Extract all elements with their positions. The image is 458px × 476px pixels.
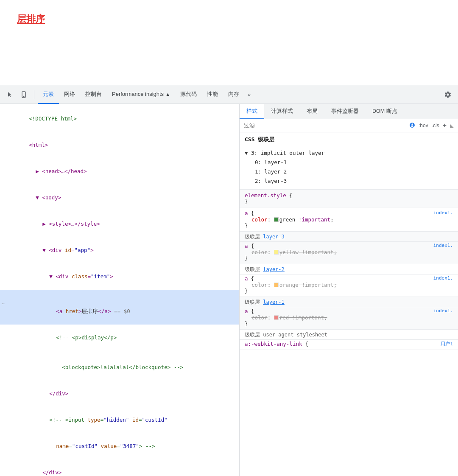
css-property: color: red !important; xyxy=(245,314,453,321)
dom-line: </div> xyxy=(0,381,239,407)
tab-computed[interactable]: 计算样式 xyxy=(264,104,300,119)
css-property: color: green !important; xyxy=(245,216,453,223)
css-selector[interactable]: a xyxy=(245,243,248,249)
css-source-link[interactable]: index1. xyxy=(433,210,453,216)
css-rule-layer-2-label: 级联层 layer-2 xyxy=(240,264,458,274)
three-dots: … xyxy=(2,299,5,307)
more-tabs-btn[interactable]: » xyxy=(244,85,254,104)
color-swatch-orange[interactable] xyxy=(274,283,279,287)
color-swatch-red[interactable] xyxy=(274,315,279,320)
css-rule-a-red: index1. a { color: red !important; } xyxy=(240,307,458,330)
css-source-link[interactable]: index1. xyxy=(433,308,453,314)
page-content: 层排序 xyxy=(0,0,458,85)
tab-elements[interactable]: 元素 xyxy=(38,85,59,104)
styles-panel: 样式 计算样式 布局 事件监听器 DOM 断点 xyxy=(240,104,458,476)
dom-line: <blockquote>lalalalal</blockquote> --> xyxy=(0,354,239,381)
css-rule-user-agent-label: 级联层 user agent stylesheet xyxy=(240,330,458,340)
tab-performance[interactable]: 性能 xyxy=(202,85,223,104)
dom-line[interactable]: ▶ <style>…</style> xyxy=(0,211,239,237)
css-source-link[interactable]: index1. xyxy=(433,243,453,248)
dom-panel: <!DOCTYPE html> <html> ▶ <head>…</head> … xyxy=(0,104,240,476)
layer-item-1[interactable]: 1: layer-2 xyxy=(245,167,453,176)
color-swatch-yellow[interactable] xyxy=(274,250,279,255)
dom-line[interactable]: ▼ <div class="item"> xyxy=(0,263,239,290)
css-selector[interactable]: element.style xyxy=(245,192,286,199)
tab-network[interactable]: 网络 xyxy=(59,85,80,104)
css-rule-a-green: index1. a { color: green !important; } xyxy=(240,207,458,232)
color-swatch-green[interactable] xyxy=(274,217,279,222)
tab-dom-breakpoints[interactable]: DOM 断点 xyxy=(366,104,404,119)
css-layers-header: CSS 级联层 xyxy=(240,132,458,147)
css-rule-a-yellow: index1. a { color: yellow !important; } xyxy=(240,242,458,264)
dom-line: name="custId" value="3487"> --> xyxy=(0,433,239,459)
css-source-link[interactable]: index1. xyxy=(433,275,453,281)
css-property: color: yellow !important; xyxy=(245,249,453,255)
performance-insights-badge: ▲ xyxy=(165,92,170,97)
devtools-panel: 元素 网络 控制台 Performance insights ▲ 源代码 性能 … xyxy=(0,85,458,476)
css-rule-a-orange: index1. a { color: orange !important; } xyxy=(240,274,458,297)
settings-button[interactable] xyxy=(441,88,455,101)
css-rule-layer-1-label: 级联层 layer-1 xyxy=(240,297,458,307)
tab-event-listeners[interactable]: 事件监听器 xyxy=(324,104,366,119)
dom-line[interactable]: ▼ <div id="app"> xyxy=(0,237,239,263)
cursor-icon[interactable] xyxy=(3,88,17,101)
devtools-main: <!DOCTYPE html> <html> ▶ <head>…</head> … xyxy=(0,104,458,476)
css-content: CSS 级联层 ▼ 3: implicit outer layer 0: lay… xyxy=(240,132,458,350)
resize-handle[interactable]: ◣ xyxy=(450,123,454,129)
layer-1-link[interactable]: layer-1 xyxy=(263,299,285,305)
css-property: color: orange !important; xyxy=(245,282,453,288)
filter-bar: :hov .cls + ◣ xyxy=(240,119,458,132)
layer-group[interactable]: ▼ 3: implicit outer layer xyxy=(245,148,453,158)
dom-line[interactable]: ▶ <head>…</head> xyxy=(0,158,239,185)
layer-item-0[interactable]: 0: layer-1 xyxy=(245,158,453,167)
dom-line-selected[interactable]: … <a href>层排序</a> == $0 xyxy=(0,290,239,325)
css-selector[interactable]: a:-webkit-any-link xyxy=(245,341,302,347)
filter-input[interactable] xyxy=(244,123,406,129)
devtools-tab-bar: 元素 网络 控制台 Performance insights ▲ 源代码 性能 … xyxy=(0,85,458,104)
filter-icon[interactable] xyxy=(409,122,415,129)
css-source-user-agent[interactable]: 用户1 xyxy=(441,341,453,347)
css-layer-tree: ▼ 3: implicit outer layer 0: layer-1 1: … xyxy=(240,147,458,190)
css-rule-layer-3-label: 级联层 layer-3 xyxy=(240,232,458,242)
add-style-btn[interactable]: + xyxy=(443,122,447,129)
tab-sources[interactable]: 源代码 xyxy=(175,85,202,104)
tab-memory[interactable]: 内存 xyxy=(223,85,244,104)
css-rule-element-style: element.style { } xyxy=(240,190,458,207)
css-selector[interactable]: a xyxy=(245,308,248,314)
tab-performance-insights[interactable]: Performance insights ▲ xyxy=(107,85,175,104)
hov-filter-label[interactable]: :hov xyxy=(419,123,428,129)
css-selector[interactable]: a xyxy=(245,210,248,216)
tab-console[interactable]: 控制台 xyxy=(80,85,107,104)
dom-line[interactable]: <html> xyxy=(0,132,239,158)
layer-3-link[interactable]: layer-3 xyxy=(263,234,285,240)
dom-line: <!DOCTYPE html> xyxy=(0,106,239,132)
css-rule-webkit-any-link: 用户1 a:-webkit-any-link { xyxy=(240,340,458,350)
layer-2-link[interactable]: layer-2 xyxy=(263,266,285,272)
dom-line: <!-- <p>display</p> xyxy=(0,325,239,351)
css-selector[interactable]: a xyxy=(245,275,248,282)
tab-styles[interactable]: 样式 xyxy=(240,104,264,119)
tab-layout[interactable]: 布局 xyxy=(300,104,324,119)
layer-item-2[interactable]: 2: layer-3 xyxy=(245,176,453,186)
dom-line xyxy=(0,351,239,354)
dom-line: </div> xyxy=(0,459,239,476)
dom-line: <!-- <input type="hidden" id="custId" xyxy=(0,407,239,433)
styles-tab-bar: 样式 计算样式 布局 事件监听器 DOM 断点 xyxy=(240,104,458,119)
page-title[interactable]: 层排序 xyxy=(17,13,45,25)
svg-rect-1 xyxy=(23,96,25,97)
mobile-icon[interactable] xyxy=(17,88,31,101)
tab-divider xyxy=(34,90,34,99)
dom-line[interactable]: ▼ <body> xyxy=(0,185,239,211)
cls-filter-label[interactable]: .cls xyxy=(432,123,439,129)
